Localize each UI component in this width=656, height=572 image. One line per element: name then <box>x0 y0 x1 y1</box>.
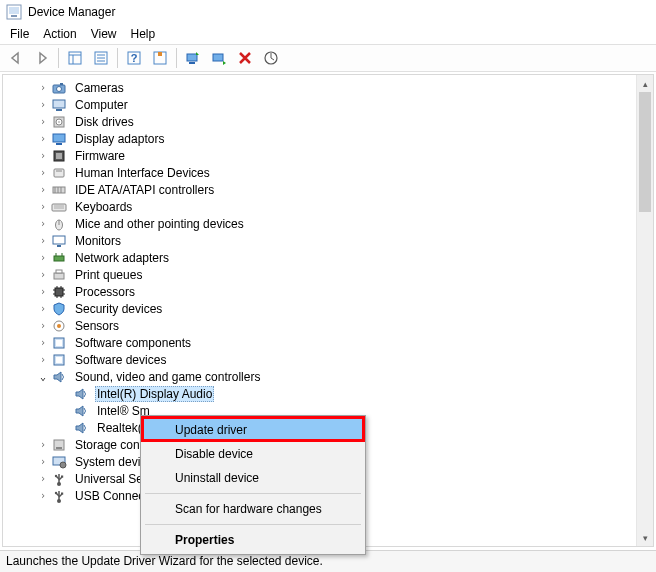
svg-rect-2 <box>11 15 17 17</box>
expander-collapsed-icon[interactable]: › <box>37 354 49 365</box>
scroll-track[interactable] <box>637 92 653 529</box>
expander-collapsed-icon[interactable]: › <box>37 184 49 195</box>
expander-collapsed-icon[interactable]: › <box>37 473 49 484</box>
expander-collapsed-icon[interactable]: › <box>37 116 49 127</box>
tree-node[interactable]: ›Display adaptors <box>7 130 653 147</box>
svg-rect-15 <box>189 62 195 64</box>
tree-node-label: Intel(R) Display Audio <box>95 386 214 402</box>
system-icon <box>51 454 67 470</box>
expander-collapsed-icon[interactable]: › <box>37 439 49 450</box>
expander-collapsed-icon[interactable]: › <box>37 303 49 314</box>
tree-node[interactable]: ›Software devices <box>7 351 653 368</box>
menu-help[interactable]: Help <box>131 27 156 41</box>
tree-node[interactable]: Intel(R) Display Audio <box>7 385 653 402</box>
tree-node[interactable]: ›Human Interface Devices <box>7 164 653 181</box>
tree-node[interactable]: ›Software components <box>7 334 653 351</box>
sound-icon <box>73 403 89 419</box>
svg-rect-47 <box>56 270 62 273</box>
mouse-icon <box>51 216 67 232</box>
toolbar-separator <box>58 48 59 68</box>
tree-node[interactable]: ›Keyboards <box>7 198 653 215</box>
svg-rect-64 <box>56 447 62 449</box>
context-properties[interactable]: Properties <box>143 528 363 552</box>
scroll-down-arrow[interactable]: ▾ <box>637 529 653 546</box>
svg-rect-42 <box>57 245 61 247</box>
tree-node-label: Keyboards <box>73 199 134 215</box>
svg-rect-46 <box>54 273 64 279</box>
context-disable-device[interactable]: Disable device <box>143 442 363 466</box>
tree-node[interactable]: ›Mice and other pointing devices <box>7 215 653 232</box>
scroll-thumb[interactable] <box>639 92 651 212</box>
context-uninstall-device[interactable]: Uninstall device <box>143 466 363 490</box>
expander-collapsed-icon[interactable]: › <box>37 269 49 280</box>
expander-collapsed-icon[interactable]: › <box>37 218 49 229</box>
menu-action[interactable]: Action <box>43 27 76 41</box>
svg-rect-20 <box>60 83 63 85</box>
tree-node[interactable]: ›Print queues <box>7 266 653 283</box>
expander-collapsed-icon[interactable]: › <box>37 167 49 178</box>
tree-node[interactable]: ›Firmware <box>7 147 653 164</box>
tree-node-label: Computer <box>73 97 130 113</box>
tree-node-label: Processors <box>73 284 137 300</box>
tree-node[interactable]: ›Sensors <box>7 317 653 334</box>
tree-node-label: IDE ATA/ATAPI controllers <box>73 182 216 198</box>
tree-node[interactable]: ›Security devices <box>7 300 653 317</box>
tree-node-label: Sound, video and game controllers <box>73 369 262 385</box>
expander-collapsed-icon[interactable]: › <box>37 201 49 212</box>
uninstall-device-button[interactable] <box>233 47 257 69</box>
svg-rect-29 <box>56 153 62 159</box>
disable-device-button[interactable] <box>207 47 231 69</box>
svg-rect-48 <box>55 288 63 296</box>
expander-collapsed-icon[interactable]: › <box>37 82 49 93</box>
forward-button[interactable] <box>30 47 54 69</box>
menu-view[interactable]: View <box>91 27 117 41</box>
expander-collapsed-icon[interactable]: › <box>37 286 49 297</box>
properties-button[interactable] <box>89 47 113 69</box>
tree-node[interactable]: ›Network adapters <box>7 249 653 266</box>
tree-node-label: Cameras <box>73 80 126 96</box>
expander-collapsed-icon[interactable]: › <box>37 490 49 501</box>
update-driver-button[interactable] <box>181 47 205 69</box>
expander-collapsed-icon[interactable]: › <box>37 235 49 246</box>
svg-rect-13 <box>158 52 162 56</box>
svg-rect-14 <box>187 54 197 61</box>
context-update-driver[interactable]: Update driver <box>143 418 363 442</box>
expander-collapsed-icon[interactable]: › <box>37 99 49 110</box>
show-hide-tree-button[interactable] <box>63 47 87 69</box>
tree-node-label: Network adapters <box>73 250 171 266</box>
svg-rect-43 <box>54 256 64 261</box>
expander-collapsed-icon[interactable]: › <box>37 133 49 144</box>
vertical-scrollbar[interactable]: ▴ ▾ <box>636 75 653 546</box>
context-scan-hardware[interactable]: Scan for hardware changes <box>143 497 363 521</box>
menu-file[interactable]: File <box>10 27 29 41</box>
scan-hardware-button[interactable] <box>259 47 283 69</box>
disk-icon <box>51 114 67 130</box>
sensor-icon <box>51 318 67 334</box>
action-button[interactable] <box>148 47 172 69</box>
expander-collapsed-icon[interactable]: › <box>37 456 49 467</box>
expander-collapsed-icon[interactable]: › <box>37 252 49 263</box>
scroll-up-arrow[interactable]: ▴ <box>637 75 653 92</box>
tree-node[interactable]: ›Processors <box>7 283 653 300</box>
svg-rect-72 <box>61 475 63 477</box>
help-button[interactable]: ? <box>122 47 146 69</box>
svg-point-25 <box>58 121 60 123</box>
expander-collapsed-icon[interactable]: › <box>37 320 49 331</box>
tree-node[interactable]: ›Monitors <box>7 232 653 249</box>
back-button[interactable] <box>4 47 28 69</box>
tree-node[interactable]: ›Disk drives <box>7 113 653 130</box>
tree-node[interactable]: ›Computer <box>7 96 653 113</box>
expander-collapsed-icon[interactable]: › <box>37 150 49 161</box>
tree-node[interactable]: ›IDE ATA/ATAPI controllers <box>7 181 653 198</box>
expander-expanded-icon[interactable]: ⌄ <box>37 371 49 382</box>
sound-icon <box>73 420 89 436</box>
expander-collapsed-icon[interactable]: › <box>37 337 49 348</box>
tree-node[interactable]: ›Cameras <box>7 79 653 96</box>
svg-rect-22 <box>56 109 62 111</box>
svg-point-77 <box>55 491 57 493</box>
app-icon <box>6 4 22 20</box>
svg-rect-16 <box>213 54 223 61</box>
tree-node[interactable]: ⌄Sound, video and game controllers <box>7 368 653 385</box>
cpu-icon <box>51 284 67 300</box>
svg-rect-26 <box>53 134 65 142</box>
